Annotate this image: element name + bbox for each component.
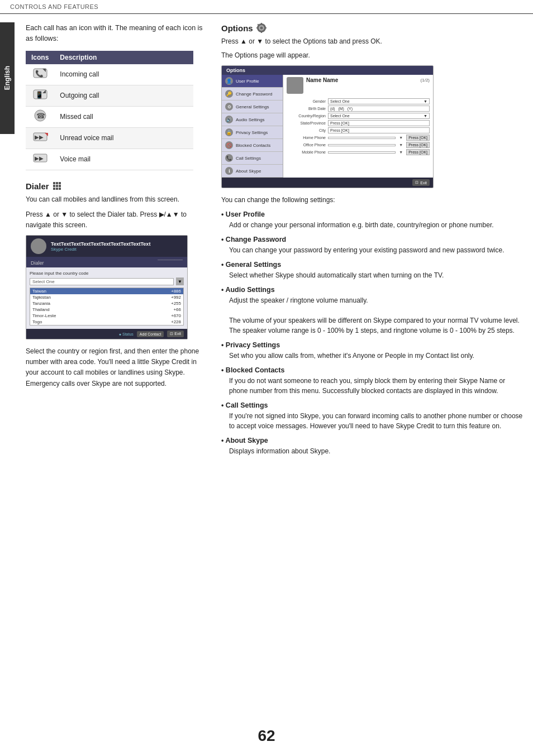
- dialer-heading: Dialer: [26, 181, 204, 191]
- office-phone-btn[interactable]: Press [OK]: [406, 142, 430, 148]
- page-header: CONTROLS AND FEATURES: [0, 0, 533, 14]
- sidebar-item-change-password[interactable]: 🔑 Change Password: [222, 88, 283, 101]
- svg-rect-15: [59, 182, 61, 184]
- incoming-call-icon: 📞: [32, 66, 48, 83]
- birthdate-input[interactable]: (d) (M) (Y): [328, 106, 430, 112]
- sidebar-item-blocked-contacts[interactable]: 🚫 Blocked Contacts: [222, 139, 283, 152]
- dialer-bottom-bar: ● Status Add Contact ⊡ Exit: [26, 329, 187, 339]
- outgoing-call-cell: 📱: [26, 85, 54, 106]
- dialer-screenshot: TextTextTextTextTextTextTextTextTextText…: [26, 235, 188, 339]
- missed-call-label: Missed call: [54, 106, 193, 127]
- gender-select[interactable]: Select One ▼: [328, 98, 430, 104]
- office-phone-input[interactable]: [328, 144, 396, 146]
- dialer-tab-bar: Dialer ─────────: [26, 257, 187, 267]
- unread-voicemail-label: Unread voice mail: [54, 127, 193, 149]
- change-settings-label: You can change the following settings:: [221, 195, 523, 205]
- user-name: Name Name: [306, 77, 338, 83]
- sidebar-item-audio-settings[interactable]: 🔊 Audio Settings: [222, 113, 283, 126]
- svg-rect-14: [56, 182, 58, 184]
- home-phone-btn[interactable]: Press [OK]: [406, 135, 430, 141]
- options-main-area: Name Name (1/2) Gender Select One ▼: [283, 75, 433, 178]
- general-settings-icon: ⚙: [225, 103, 233, 111]
- mobile-phone-btn[interactable]: Press [OK]: [406, 149, 430, 155]
- sidebar-item-general-settings[interactable]: ⚙ General Settings: [222, 101, 283, 113]
- privacy-settings-icon: 🔒: [225, 128, 233, 136]
- settings-change-password: Change Password You can change your pass…: [221, 236, 523, 255]
- options-instruction-1: Press ▲ or ▼ to select the Options tab a…: [221, 36, 523, 47]
- sidebar-item-call-settings[interactable]: 📞 Call Settings: [222, 152, 283, 165]
- table-row: ▶▶ Voice mail: [26, 149, 193, 170]
- settings-user-profile-title: User Profile: [221, 210, 523, 218]
- options-heading: Options: [221, 23, 523, 33]
- voicemail-icon: ▶▶: [32, 151, 48, 168]
- city-input[interactable]: Press [OK]: [328, 127, 430, 133]
- home-phone-input[interactable]: [328, 137, 396, 139]
- settings-blocked: Blocked Contacts If you do not want some…: [221, 366, 523, 396]
- page-number: 62: [258, 727, 275, 745]
- svg-rect-18: [59, 185, 61, 187]
- dialer-select[interactable]: Select One: [30, 278, 174, 285]
- change-password-icon: 🔑: [225, 90, 233, 98]
- country-select[interactable]: Select One ▼: [328, 113, 430, 119]
- svg-text:▶▶: ▶▶: [35, 155, 44, 161]
- dialer-name: TextTextTextTextTextTextTextTextTextText: [51, 241, 183, 247]
- mobile-phone-label: Mobile Phone: [287, 150, 326, 154]
- options-exit-button[interactable]: ⊡ Exit: [412, 179, 430, 186]
- settings-call-desc: If you're not signed into Skype, you can…: [221, 411, 523, 431]
- dialer-title: Dialer: [26, 181, 49, 191]
- mobile-phone-input[interactable]: [328, 151, 396, 154]
- list-item[interactable]: Tajikistan+992: [30, 294, 183, 300]
- options-sidebar: 👤 User Profile 🔑 Change Password ⚙ Gener…: [222, 75, 283, 178]
- right-column: Options Press ▲ or ▼ to select the Optio…: [216, 23, 523, 462]
- country-label: Country/Region: [287, 114, 326, 118]
- home-phone-field-row: Home Phone ▼ Press [OK]: [287, 135, 430, 141]
- dialer-top-bar: TextTextTextTextTextTextTextTextTextText…: [26, 236, 187, 257]
- sidebar-item-about-skype[interactable]: ℹ About Skype: [222, 165, 283, 178]
- svg-text:📱: 📱: [35, 90, 44, 99]
- options-instruction-2: The Options page will appear.: [221, 50, 523, 61]
- settings-general-title: General Settings: [221, 261, 523, 269]
- settings-change-password-desc: You can change your password by entering…: [221, 245, 523, 255]
- svg-point-24: [260, 27, 263, 30]
- dialer-footer-text: Select the country or region first, and …: [26, 346, 204, 389]
- office-phone-label: Office Phone: [287, 143, 326, 147]
- settings-change-password-title: Change Password: [221, 236, 523, 243]
- svg-rect-19: [53, 188, 55, 190]
- list-item[interactable]: Timor-Leste+670: [30, 313, 183, 319]
- home-phone-label: Home Phone: [287, 136, 326, 140]
- settings-about: About Skype Displays information about S…: [221, 437, 523, 456]
- settings-call-title: Call Settings: [221, 401, 523, 409]
- dialer-select-row[interactable]: Select One ▼: [30, 277, 184, 285]
- voicemail-cell: ▶▶: [26, 149, 54, 170]
- add-contact-button[interactable]: Add Contact: [137, 331, 164, 337]
- svg-rect-25: [261, 23, 262, 25]
- dialer-skype-credit: Skype Credit: [51, 247, 183, 252]
- language-label: English: [3, 66, 11, 90]
- list-item[interactable]: Taiwan+886: [30, 288, 183, 294]
- list-item[interactable]: Thailand+66: [30, 307, 183, 313]
- settings-user-profile-desc: Add or change your personal information …: [221, 220, 523, 230]
- blocked-contacts-icon: 🚫: [225, 141, 233, 149]
- exit-button[interactable]: ⊡ Exit: [167, 331, 184, 337]
- svg-rect-13: [53, 182, 55, 184]
- sidebar-item-privacy-settings[interactable]: 🔒 Privacy Settings: [222, 126, 283, 139]
- incoming-call-cell: 📞: [26, 64, 54, 85]
- options-title-bar: Options: [222, 66, 433, 75]
- dialer-dropdown-btn[interactable]: ▼: [176, 277, 184, 285]
- list-item[interactable]: Togo+228: [30, 319, 183, 325]
- settings-about-desc: Displays information about Skype.: [221, 446, 523, 456]
- dialer-body-area: Please input the country code Select One…: [26, 267, 187, 329]
- settings-audio: Audio Settings Adjust the speaker / ring…: [221, 286, 523, 336]
- birthdate-label: Birth Date: [287, 107, 326, 111]
- user-profile-icon: 👤: [225, 77, 233, 85]
- list-item[interactable]: Tanzania+255: [30, 300, 183, 307]
- dialer-grid-icon: [53, 181, 61, 190]
- left-column: Each call has an icon with it. The meani…: [26, 23, 216, 462]
- svg-rect-27: [256, 27, 259, 28]
- gender-label: Gender: [287, 99, 326, 103]
- about-skype-icon: ℹ: [225, 167, 233, 175]
- gender-field-row: Gender Select One ▼: [287, 98, 430, 104]
- state-input[interactable]: Press [OK]: [328, 120, 430, 126]
- mobile-phone-icon: ▼: [398, 150, 404, 154]
- sidebar-item-user-profile[interactable]: 👤 User Profile: [222, 75, 283, 88]
